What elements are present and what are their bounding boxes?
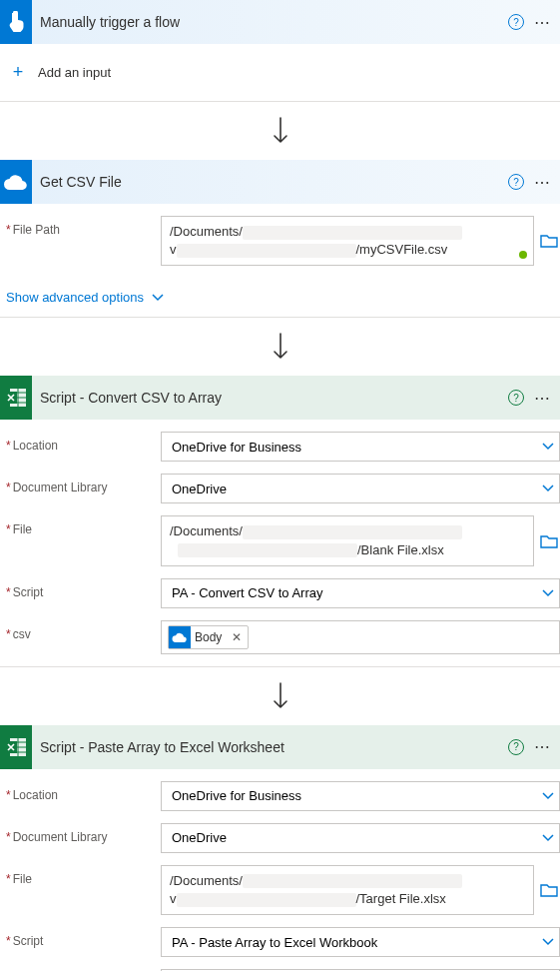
location-select[interactable]: OneDrive for Business [161, 781, 560, 811]
more-icon[interactable]: ⋯ [532, 13, 552, 32]
connector-arrow [0, 667, 560, 725]
remove-token-button[interactable]: ✕ [226, 630, 248, 644]
excel-icon [0, 725, 32, 769]
library-label: Document Library [6, 474, 161, 494]
plus-icon: + [8, 62, 28, 83]
trigger-card: Manually trigger a flow ? ⋯ + Add an inp… [0, 0, 560, 102]
folder-picker-button[interactable] [538, 515, 560, 565]
script-label: Script [6, 578, 161, 599]
onedrive-icon [0, 160, 32, 204]
help-icon[interactable]: ? [508, 14, 524, 30]
pastearray-header[interactable]: Script - Paste Array to Excel Worksheet … [0, 725, 560, 769]
body-token[interactable]: Body ✕ [168, 625, 249, 649]
touch-icon [0, 0, 32, 44]
filepath-label: File Path [6, 216, 161, 237]
script-select[interactable]: PA - Paste Array to Excel Workbook [161, 927, 560, 957]
help-icon[interactable]: ? [508, 174, 524, 190]
location-select[interactable]: OneDrive for Business [161, 432, 560, 462]
convertcsv-header[interactable]: Script - Convert CSV to Array ? ⋯ [0, 376, 560, 420]
location-label: Location [6, 781, 161, 802]
getcsv-card: Get CSV File ? ⋯ File Path /Documents/ v… [0, 160, 560, 318]
connector-arrow [0, 318, 560, 376]
status-dot-icon [519, 251, 527, 259]
script-label: Script [6, 927, 161, 948]
help-icon[interactable]: ? [508, 390, 524, 406]
file-label: File [6, 515, 161, 536]
library-label: Document Library [6, 823, 161, 844]
add-input-label: Add an input [38, 65, 111, 80]
file-label: File [6, 865, 161, 886]
getcsv-header[interactable]: Get CSV File ? ⋯ [0, 160, 560, 204]
show-advanced-button[interactable]: Show advanced options [0, 278, 170, 317]
help-icon[interactable]: ? [508, 739, 524, 755]
onedrive-icon [169, 626, 191, 648]
more-icon[interactable]: ⋯ [532, 389, 552, 408]
pastearray-title: Script - Paste Array to Excel Worksheet [32, 739, 508, 755]
csv-input[interactable]: Body ✕ [161, 620, 560, 654]
folder-picker-button[interactable] [538, 216, 560, 266]
connector-arrow [0, 102, 560, 160]
library-select[interactable]: OneDrive [161, 474, 560, 503]
csv-label: csv [6, 620, 161, 641]
script-select[interactable]: PA - Convert CSV to Array [161, 578, 560, 608]
add-input-button[interactable]: + Add an input [0, 44, 560, 101]
file-input[interactable]: /Documents/ /Blank File.xlsx [161, 515, 534, 565]
folder-picker-button[interactable] [538, 865, 560, 915]
location-label: Location [6, 432, 161, 453]
convertcsv-title: Script - Convert CSV to Array [32, 390, 508, 406]
more-icon[interactable]: ⋯ [532, 737, 552, 756]
convertcsv-card: Script - Convert CSV to Array ? ⋯ Locati… [0, 376, 560, 666]
filepath-input[interactable]: /Documents/ v/myCSVFile.csv [161, 216, 534, 266]
trigger-header[interactable]: Manually trigger a flow ? ⋯ [0, 0, 560, 44]
library-select[interactable]: OneDrive [161, 823, 560, 853]
getcsv-title: Get CSV File [32, 174, 508, 190]
file-input[interactable]: /Documents/ v/Target File.xlsx [161, 865, 534, 915]
excel-icon [0, 376, 32, 420]
trigger-title: Manually trigger a flow [32, 14, 508, 30]
chevron-down-icon [152, 294, 164, 302]
more-icon[interactable]: ⋯ [532, 173, 552, 192]
pastearray-card: Script - Paste Array to Excel Worksheet … [0, 725, 560, 971]
